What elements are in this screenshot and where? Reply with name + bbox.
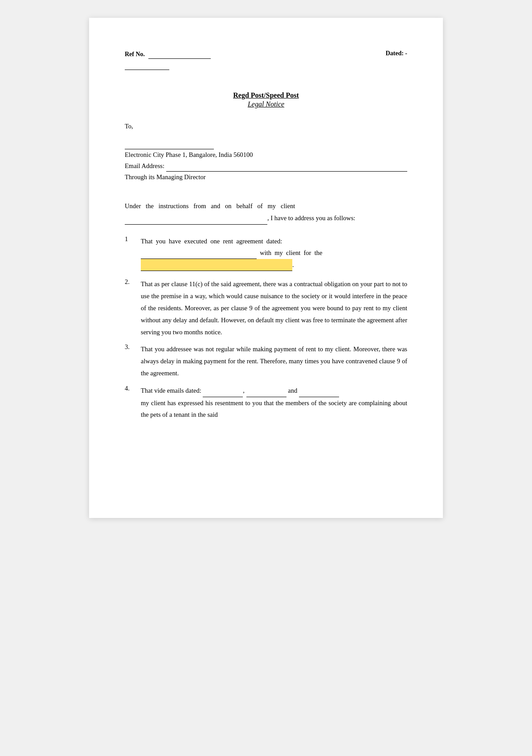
email-label: Email Address:: [125, 160, 164, 172]
item4-number: 4.: [125, 385, 141, 421]
ref-section: Ref No.: [125, 50, 211, 70]
item4-blank2: [246, 385, 286, 397]
item2-number: 2.: [125, 278, 141, 338]
to-section: To,: [125, 123, 407, 130]
agreement-date-blank: [141, 247, 257, 259]
item1-text2: with my client for the: [258, 249, 323, 256]
managing-director: Through its Managing Director: [125, 172, 407, 183]
list-item-1: 1 That you have executed one rent agreem…: [125, 235, 407, 271]
ref-label: Ref No.: [125, 51, 145, 58]
item4-content: That vide emails dated: , and my client …: [141, 385, 407, 421]
address-line1: Electronic City Phase 1, Bangalore, Indi…: [125, 149, 407, 160]
legal-notice-page: Ref No. Dated: - Regd Post/Speed Post Le…: [89, 18, 443, 518]
to-label: To,: [125, 123, 133, 130]
intro-paragraph: Under the That you have executed one ren…: [125, 200, 407, 225]
ref-blank: [148, 50, 211, 59]
item1-number: 1: [125, 235, 141, 271]
item3-number: 3.: [125, 343, 141, 379]
list-item-3: 3. That you addressee was not regular wh…: [125, 343, 407, 379]
item4-comma: ,: [243, 387, 245, 394]
intro-suffix: , I have to address you as follows:: [267, 214, 355, 222]
item1-highlighted-blank: [141, 259, 292, 271]
list-item-2: 2. That as per clause 11(c) of the said …: [125, 278, 407, 338]
recipient-name-blank: [125, 138, 214, 150]
dated-label: Dated: -: [385, 50, 407, 57]
item4-text1: That vide emails dated:: [141, 387, 201, 394]
header-row: Ref No. Dated: -: [125, 50, 407, 70]
item1-dot: .: [292, 261, 294, 268]
item4-blank3: [299, 385, 339, 397]
client-name-blank: [125, 212, 267, 225]
ref-second-blank: [125, 62, 169, 70]
notice-sub-title: Legal Notice: [125, 100, 407, 108]
item3-content: That you addressee was not regular while…: [141, 343, 407, 379]
intro-under: Under the: [125, 202, 159, 210]
email-line: Email Address:: [125, 160, 407, 172]
item4-text2: my client has expressed his resentment t…: [141, 399, 407, 419]
item1-text1: That you have executed one rent agreemen…: [141, 238, 282, 245]
item2-content: That as per clause 11(c) of the said agr…: [141, 278, 407, 338]
address-block: Electronic City Phase 1, Bangalore, Indi…: [125, 138, 407, 183]
instructions-section: Under the That you have executed one ren…: [125, 200, 407, 225]
notice-main-title: Regd Post/Speed Post: [125, 91, 407, 99]
item4-blank1: [203, 385, 243, 397]
item1-content: That you have executed one rent agreemen…: [141, 235, 407, 271]
numbered-list: 1 That you have executed one rent agreem…: [125, 235, 407, 421]
list-item-4: 4. That vide emails dated: , and my clie…: [125, 385, 407, 421]
email-blank: [166, 164, 407, 172]
item4-and: and: [288, 387, 297, 394]
notice-title-block: Regd Post/Speed Post Legal Notice: [125, 91, 407, 108]
intro-instructions-text: instructions from and on behalf of my cl…: [159, 202, 295, 210]
